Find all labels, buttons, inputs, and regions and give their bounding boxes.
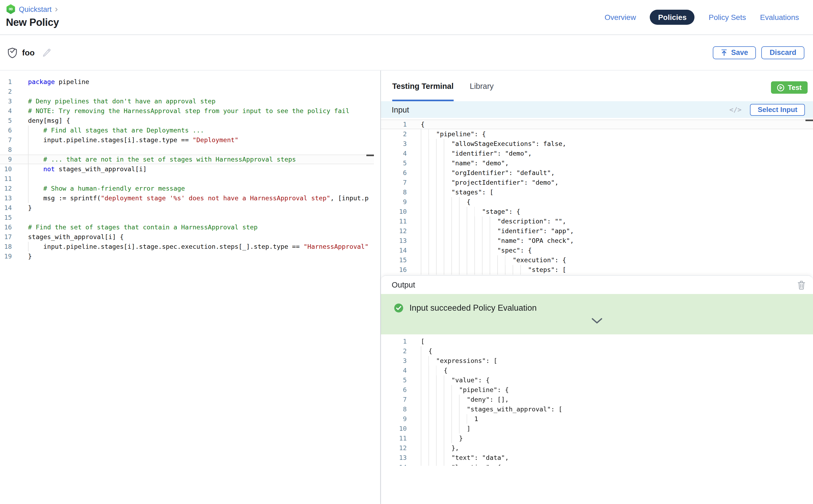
code-line[interactable]: 6 "pipeline": { — [381, 385, 813, 395]
code-line[interactable]: 4# NOTE: Try removing the HarnessApprova… — [0, 106, 374, 116]
chevron-down-icon[interactable] — [591, 318, 603, 324]
code-line[interactable]: 18 input.pipeline.stages[i].stage.spec.e… — [0, 242, 374, 251]
line-number: 15 — [0, 213, 12, 222]
input-json-editor[interactable]: 1{2 "pipeline": {3 "allowStageExecutions… — [381, 118, 813, 277]
line-number: 9 — [381, 414, 407, 424]
code-line[interactable]: 14 "location": { — [381, 463, 813, 466]
clear-output-trash-icon[interactable] — [797, 280, 805, 289]
code-line[interactable]: 17stages_with_approval[i] { — [0, 232, 374, 242]
code-line[interactable]: 13 msg := sprintf("deployment stage '%s'… — [0, 193, 374, 203]
code-line[interactable]: 8 — [0, 145, 374, 155]
code-line[interactable]: 7 input.pipeline.stages[i].stage.type ==… — [0, 135, 374, 145]
line-number: 9 — [381, 197, 407, 207]
code-line[interactable]: 8 "stages_with_approval": [ — [381, 404, 813, 414]
policy-toolbar: foo Save Discard — [0, 35, 813, 71]
code-line[interactable]: 9 # ... that are not in the set of stage… — [0, 155, 374, 164]
code-line[interactable]: 6 "orgIdentifier": "default", — [381, 168, 813, 178]
output-section: Output — [381, 275, 813, 504]
line-number: 3 — [381, 356, 407, 366]
code-line[interactable]: 16 "steps": [ — [381, 265, 813, 275]
testing-panel: Testing Terminal Library Test Input </> … — [381, 71, 813, 504]
tab-testing-terminal[interactable]: Testing Terminal — [392, 71, 454, 101]
breadcrumb-link-quickstart[interactable]: Quickstart — [19, 5, 52, 13]
main-area: 1package pipeline23# Deny pipelines that… — [0, 71, 813, 504]
line-number: 10 — [381, 207, 407, 216]
code-line[interactable]: 5deny[msg] { — [0, 116, 374, 125]
code-line[interactable]: 11 } — [381, 433, 813, 443]
input-section-header: Input </> Select Input — [381, 101, 813, 118]
code-line[interactable]: 13 "name": "OPA check", — [381, 236, 813, 246]
policy-code-editor[interactable]: 1package pipeline23# Deny pipelines that… — [0, 71, 374, 504]
code-line[interactable]: 2 — [0, 87, 374, 96]
code-line[interactable]: 3# Deny pipelines that don't have an app… — [0, 96, 374, 106]
line-number: 4 — [381, 366, 407, 375]
nav-item-evaluations[interactable]: Evaluations — [760, 13, 799, 22]
line-number: 5 — [381, 158, 407, 168]
output-json-editor[interactable]: 1[2 {3 "expressions": [4 {5 "value": {6 … — [381, 334, 813, 466]
tab-library[interactable]: Library — [470, 71, 494, 101]
select-input-button[interactable]: Select Input — [750, 104, 805, 115]
code-line[interactable]: 12 # Show a human-friendly error message — [0, 184, 374, 193]
test-button[interactable]: Test — [771, 81, 808, 94]
line-number: 14 — [0, 203, 12, 213]
code-line[interactable]: 3 "allowStageExecutions": false, — [381, 139, 813, 149]
code-line[interactable]: 10 "stage": { — [381, 207, 813, 216]
discard-button[interactable]: Discard — [762, 46, 804, 59]
code-line[interactable]: 6 # Find all stages that are Deployments… — [0, 125, 374, 135]
line-number: 10 — [381, 424, 407, 433]
code-line[interactable]: 11 — [0, 174, 374, 184]
code-line[interactable]: 7 "projectIdentifier": "demo", — [381, 178, 813, 187]
line-number: 18 — [0, 242, 12, 251]
code-line[interactable]: 4 "identifier": "demo", — [381, 149, 813, 158]
code-line[interactable]: 1{ — [381, 120, 813, 129]
line-number: 11 — [381, 433, 407, 443]
code-line[interactable]: 3 "expressions": [ — [381, 356, 813, 366]
output-section-title: Output — [392, 281, 415, 289]
code-line[interactable]: 12 "identifier": "app", — [381, 226, 813, 236]
line-number: 7 — [381, 178, 407, 187]
line-number: 8 — [0, 145, 12, 155]
nav-item-policy-sets[interactable]: Policy Sets — [709, 13, 746, 22]
code-line[interactable]: 12 }, — [381, 443, 813, 453]
line-number: 6 — [381, 168, 407, 178]
code-brackets-icon[interactable]: </> — [729, 106, 741, 114]
code-line[interactable]: 4 { — [381, 366, 813, 375]
code-line[interactable]: 16# Find the set of stages that contain … — [0, 222, 374, 232]
code-line[interactable]: 13 "text": "data", — [381, 453, 813, 463]
success-check-icon — [394, 303, 403, 313]
svg-text:∞: ∞ — [8, 6, 13, 12]
code-line[interactable]: 19} — [0, 251, 374, 261]
code-line[interactable]: 9 { — [381, 197, 813, 207]
code-line[interactable]: 14} — [0, 203, 374, 213]
line-number: 1 — [0, 77, 12, 87]
nav-item-policies[interactable]: Policies — [650, 10, 695, 25]
code-line[interactable]: 7 "deny": [], — [381, 395, 813, 404]
code-line[interactable]: 1package pipeline — [0, 77, 374, 87]
line-number: 13 — [381, 453, 407, 463]
code-line[interactable]: 5 "value": { — [381, 375, 813, 385]
line-number: 5 — [0, 116, 12, 125]
code-line[interactable]: 2 { — [381, 346, 813, 356]
breadcrumb: ∞ Quickstart › — [6, 4, 58, 14]
code-line[interactable]: 8 "stages": [ — [381, 187, 813, 197]
code-line[interactable]: 2 "pipeline": { — [381, 129, 813, 139]
code-line[interactable]: 5 "name": "demo", — [381, 158, 813, 168]
code-line[interactable]: 15 — [0, 213, 374, 222]
code-line[interactable]: 10 ] — [381, 424, 813, 433]
line-number: 15 — [381, 255, 407, 265]
nav-item-overview[interactable]: Overview — [605, 13, 636, 22]
line-number: 16 — [381, 265, 407, 275]
edit-pencil-icon[interactable] — [42, 48, 51, 57]
line-number: 2 — [381, 129, 407, 139]
line-number: 8 — [381, 404, 407, 414]
page-header: ∞ Quickstart › New Policy Overview Polic… — [0, 0, 813, 35]
code-line[interactable]: 9 1 — [381, 414, 813, 424]
code-line[interactable]: 10 not stages_with_approval[i] — [0, 164, 374, 174]
save-button[interactable]: Save — [713, 46, 756, 59]
line-number: 6 — [381, 385, 407, 395]
code-line[interactable]: 14 "spec": { — [381, 246, 813, 255]
code-line[interactable]: 15 "execution": { — [381, 255, 813, 265]
evaluation-success-banner: Input succeeded Policy Evaluation — [381, 294, 813, 334]
code-line[interactable]: 1[ — [381, 337, 813, 346]
code-line[interactable]: 11 "description": "", — [381, 216, 813, 226]
